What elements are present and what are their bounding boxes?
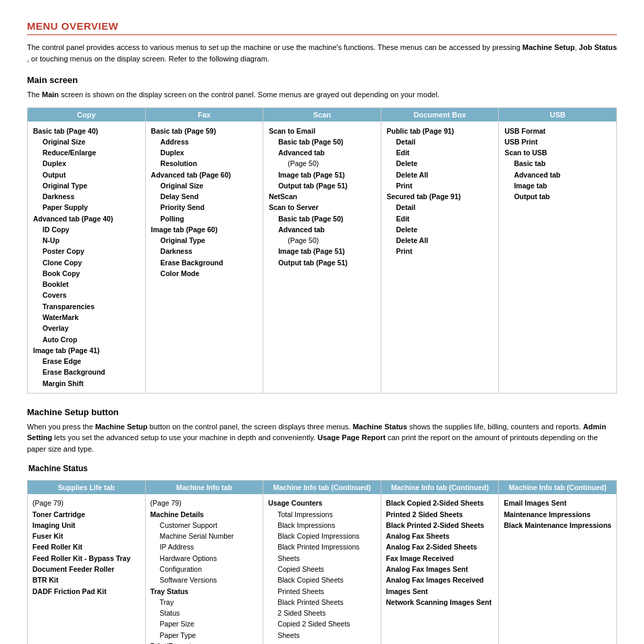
images-sent: Images Sent xyxy=(386,586,494,597)
machine-info-cont1-header: Machine Info tab (Continued) xyxy=(263,481,381,494)
analog-fax-images-received: Analog Fax Images Received xyxy=(386,574,494,585)
copy-erase-background: Erase Background xyxy=(33,367,140,377)
fax-resolution: Resolution xyxy=(151,158,258,169)
intro-paragraph: The control panel provides access to var… xyxy=(27,42,617,64)
copy-auto-crop: Auto Crop xyxy=(33,334,140,345)
usb-body: USB Format USB Print Scan to USB Basic t… xyxy=(499,122,616,207)
machine-info-header: Machine Info tab xyxy=(146,481,263,494)
docbox-public-tab: Public tab (Page 91) xyxy=(387,126,493,136)
docbox-print: Print xyxy=(387,180,493,191)
copy-reduce-enlarge: Reduce/Enlarge xyxy=(33,147,140,158)
copy-clone-copy: Clone Copy xyxy=(33,257,140,268)
docbox-delete-all: Delete All xyxy=(387,169,493,180)
intro-bold-machine-setup: Machine Setup xyxy=(522,43,575,51)
machine-status-bold2: Machine Status xyxy=(352,423,407,431)
paper-size: Paper Size xyxy=(151,618,259,629)
fax-header: Fax xyxy=(146,108,263,122)
machine-setup-desc: When you press the Machine Setup button … xyxy=(27,421,617,455)
usb-print: USB Print xyxy=(504,136,611,147)
copy-transparencies: Transparencies xyxy=(33,301,140,312)
copy-poster-copy: Poster Copy xyxy=(33,246,140,257)
docbox-body: Public tab (Page 91) Detail Edit Delete … xyxy=(381,122,499,261)
printed-sheets: Printed Sheets xyxy=(268,586,376,597)
machine-setup-text1: When you press the xyxy=(27,423,93,431)
copy-header: Copy xyxy=(28,108,145,122)
scan-advanced-tab: Advanced tab xyxy=(269,147,375,158)
machine-info-cont2-body: Black Copied 2-Sided Sheets Printed 2 Si… xyxy=(381,494,499,611)
document-feeder-roller: Document Feeder Roller xyxy=(32,564,140,574)
scan-basic-tab: Basic tab (Page 50) xyxy=(269,136,375,147)
analog-fax-images-sent: Analog Fax Images Sent xyxy=(386,564,494,574)
black-copied-sheets: Black Copied Sheets xyxy=(268,574,376,585)
fax-darkness: Darkness xyxy=(151,246,258,257)
paper-type: Paper Type xyxy=(151,630,259,641)
analog-fax-2-sided-sheets: Analog Fax 2-Sided Sheets xyxy=(386,541,494,552)
fuser-kit: Fuser Kit xyxy=(32,531,140,541)
machine-info-cont1-column: Machine Info tab (Continued) Usage Count… xyxy=(263,481,381,644)
copied-2-sided-sheets: Copied 2 Sided Sheets xyxy=(268,618,376,629)
docbox-secured-delete-all: Delete All xyxy=(387,235,493,246)
main-screen-text-the: The xyxy=(27,90,40,99)
copy-duplex: Duplex xyxy=(33,158,140,169)
print-report: Print/Report xyxy=(151,641,259,644)
supplies-life-header: Supplies Life tab xyxy=(28,481,145,494)
machine-info-page-ref: (Page 79) xyxy=(151,498,259,508)
usb-header: USB xyxy=(499,108,616,122)
copy-basic-tab: Basic tab (Page 40) xyxy=(33,126,140,136)
copy-covers: Covers xyxy=(33,290,140,300)
machine-info-column: Machine Info tab (Page 79) Machine Detai… xyxy=(146,481,264,644)
tray: Tray xyxy=(151,597,259,608)
usage-page-report-bold4: Usage Page Report xyxy=(317,433,385,441)
scan-server-basic-tab: Basic tab (Page 50) xyxy=(269,213,375,224)
fax-original-size: Original Size xyxy=(151,180,258,191)
software-versions: Software Versions xyxy=(151,574,259,585)
email-images-sent: Email Images Sent xyxy=(504,498,612,508)
black-printed-2-sided-sheets: Black Printed 2-Sided Sheets xyxy=(386,520,494,531)
intro-bold-job-status: Job Status xyxy=(579,43,617,51)
machine-info-cont1-body: Usage Counters Total Impressions Black I… xyxy=(263,494,381,643)
configuration: Configuration xyxy=(151,564,259,574)
intro-text-start: The control panel provides access to var… xyxy=(27,43,520,51)
machine-info-cont2-column: Machine Info tab (Continued) Black Copie… xyxy=(381,481,500,644)
usage-counters: Usage Counters xyxy=(268,498,376,508)
fax-body: Basic tab (Page 59) Address Duplex Resol… xyxy=(146,122,263,284)
black-impressions: Black Impressions xyxy=(268,520,376,531)
machine-status-title: Machine Status xyxy=(27,464,617,473)
copy-original-size: Original Size xyxy=(33,136,140,147)
imaging-unit: Imaging Unit xyxy=(32,520,140,531)
copy-output: Output xyxy=(33,169,140,180)
customer-support: Customer Support xyxy=(151,520,259,531)
scan-server-advanced-tab-page: (Page 50) xyxy=(269,235,375,246)
copy-overlay: Overlay xyxy=(33,323,140,333)
fax-duplex: Duplex xyxy=(151,147,258,158)
toner-cartridge: Toner Cartridge xyxy=(32,509,140,520)
fax-original-type: Original Type xyxy=(151,235,258,246)
docbox-secured-print: Print xyxy=(387,246,493,257)
scan-column: Scan Scan to Email Basic tab (Page 50) A… xyxy=(263,108,381,393)
network-scanning-images-sent: Network Scanning Images Sent xyxy=(386,597,494,608)
scan-header: Scan xyxy=(263,108,381,122)
dadf-friction-pad-kit: DADF Friction Pad Kit xyxy=(32,586,140,597)
fax-advanced-tab: Advanced tab (Page 60) xyxy=(151,169,258,180)
machine-setup-text2: button on the control panel, the screen … xyxy=(150,423,351,431)
fax-column: Fax Basic tab (Page 59) Address Duplex R… xyxy=(146,108,264,393)
scan-server-output-tab: Output tab (Page 51) xyxy=(269,257,375,268)
docbox-column: Document Box Public tab (Page 91) Detail… xyxy=(381,108,500,393)
analog-fax-sheets: Analog Fax Sheets xyxy=(386,531,494,541)
machine-info-body: (Page 79) Machine Details Customer Suppo… xyxy=(146,494,263,644)
fax-image-received: Fax Image Received xyxy=(386,553,494,564)
main-screen-text-rest: screen is shown on the display screen on… xyxy=(61,90,439,99)
copy-advanced-tab: Advanced tab (Page 40) xyxy=(33,213,140,224)
copied-sheets: Copied Sheets xyxy=(268,564,376,574)
fax-delay-send: Delay Send xyxy=(151,191,258,202)
scan-image-tab: Image tab (Page 51) xyxy=(269,169,375,180)
copy-watermark: WaterMark xyxy=(33,312,140,323)
copy-darkness: Darkness xyxy=(33,191,140,202)
copy-paper-supply: Paper Supply xyxy=(33,202,140,213)
sheets: Sheets xyxy=(268,553,376,564)
hardware-options: Hardware Options xyxy=(151,553,259,564)
usb-advanced-tab: Advanced tab xyxy=(504,169,611,180)
fax-color-mode: Color Mode xyxy=(151,268,258,279)
docbox-delete: Delete xyxy=(387,158,493,169)
scan-to-server: Scan to Server xyxy=(269,202,375,213)
